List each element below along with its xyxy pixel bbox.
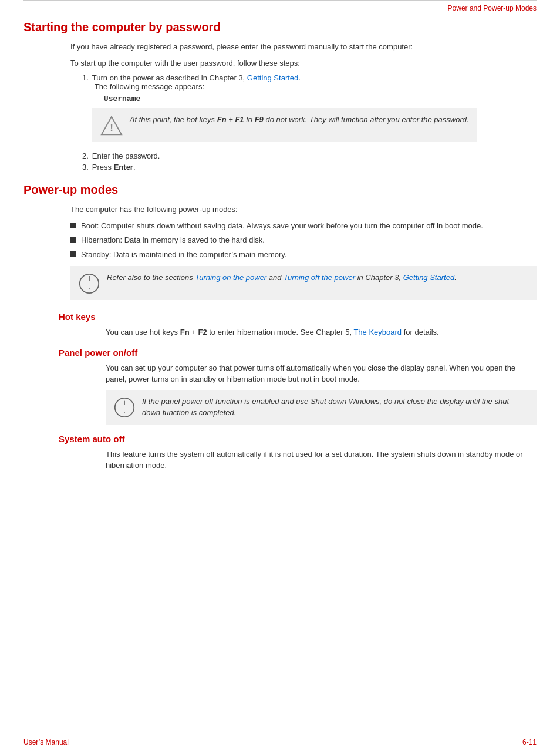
section-system-auto-off: System auto off This feature turns the s… <box>23 434 537 472</box>
list-item-hibernation: Hibernation: Data in memory is saved to … <box>70 234 537 246</box>
header-title: Power and Power-up Modes <box>448 4 537 12</box>
note-box-3: i . If the panel power off function is e… <box>106 390 537 425</box>
power-modes-list: Boot: Computer shuts down without saving… <box>70 220 537 261</box>
step-2: 2. Enter the password. <box>82 151 537 160</box>
username-label: Username <box>104 95 477 103</box>
step1-text1: Turn on the power as described in Chapte… <box>92 73 247 82</box>
bullet-icon <box>70 237 76 243</box>
info-icon: i . <box>79 273 100 294</box>
section4-title: Panel power on/off <box>59 348 537 358</box>
footer-right: 6-11 <box>522 738 537 746</box>
turning-off-power-link[interactable]: Turning off the power <box>284 273 355 282</box>
bullet-icon <box>70 223 76 228</box>
section1-intro2: To start up the computer with the user p… <box>70 58 537 69</box>
section4-text: You can set up your computer so that pow… <box>106 362 537 385</box>
section3-text: You can use hot keys Fn + F2 to enter hi… <box>106 326 537 338</box>
step-3: 3. Press Enter. <box>82 163 537 171</box>
list-item-standby-text: Standby: Data is maintained in the compu… <box>81 249 286 261</box>
warning-icon: ! <box>100 115 123 136</box>
list-item-hibernation-text: Hibernation: Data in memory is saved to … <box>81 234 265 246</box>
section-panel-power: Panel power on/off You can set up your c… <box>23 348 537 425</box>
step3-num: 3. <box>82 163 89 171</box>
note-box-2: i . Refer also to the sections Turning o… <box>70 266 537 300</box>
section-hot-keys: Hot keys You can use hot keys Fn + F2 to… <box>23 312 537 338</box>
list-item-standby: Standby: Data is maintained in the compu… <box>70 249 537 261</box>
section1-intro1: If you have already registered a passwor… <box>70 41 537 53</box>
step1-text2: . <box>298 73 301 82</box>
note1-text: At this point, the hot keys Fn + F1 to F… <box>130 114 469 126</box>
getting-started-link1[interactable]: Getting Started <box>247 73 298 82</box>
bullet-icon <box>70 251 76 257</box>
step2-num: 2. <box>82 151 89 160</box>
step1-subtext: The following message appears: <box>95 82 477 91</box>
section-power-up-modes: Power-up modes The computer has the foll… <box>23 183 537 300</box>
note2-text: Refer also to the sections Turning on th… <box>107 272 457 284</box>
step-1: 1. Turn on the power as described in Cha… <box>82 73 537 149</box>
page-footer: User’s Manual 6-11 <box>0 733 560 751</box>
note3-text: If the panel power off function is enabl… <box>142 396 528 419</box>
step3-text: Press Enter. <box>92 163 136 171</box>
footer-left: User’s Manual <box>23 738 69 746</box>
turning-on-power-link[interactable]: Turning on the power <box>195 273 266 282</box>
section5-text: This feature turns the system off automa… <box>106 449 537 472</box>
section3-title: Hot keys <box>59 312 537 322</box>
section1-title: Starting the computer by password <box>23 21 537 34</box>
keyboard-link[interactable]: The Keyboard <box>353 328 402 336</box>
svg-text:!: ! <box>110 123 113 134</box>
list-item-boot-text: Boot: Computer shuts down without saving… <box>81 220 483 232</box>
step2-text: Enter the password. <box>92 151 160 160</box>
step1-num: 1. <box>82 73 89 149</box>
svg-text:.: . <box>88 282 90 290</box>
getting-started-link2[interactable]: Getting Started <box>403 273 454 282</box>
info-icon-2: i . <box>114 397 135 418</box>
note-box-1: ! At this point, the hot keys Fn + F1 to… <box>92 108 477 142</box>
list-item-boot: Boot: Computer shuts down without saving… <box>70 220 537 232</box>
section2-title: Power-up modes <box>23 183 537 197</box>
section2-intro: The computer has the following power-up … <box>70 204 537 215</box>
section-starting-by-password: Starting the computer by password If you… <box>23 21 537 171</box>
section5-title: System auto off <box>59 434 537 444</box>
svg-text:.: . <box>123 406 125 414</box>
